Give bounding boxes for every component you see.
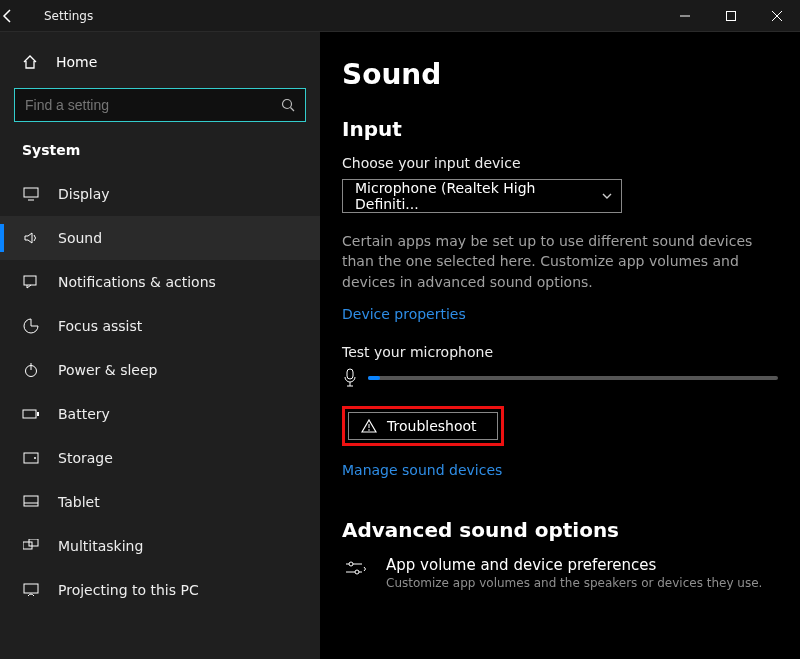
nav-item-projecting[interactable]: Projecting to this PC bbox=[0, 568, 320, 612]
search-input[interactable] bbox=[25, 97, 281, 113]
svg-point-12 bbox=[34, 457, 36, 459]
nav-label: Multitasking bbox=[58, 538, 143, 554]
home-label: Home bbox=[56, 54, 97, 70]
page-title: Sound bbox=[342, 58, 778, 91]
svg-rect-6 bbox=[24, 276, 36, 285]
main-panel: Sound Input Choose your input device Mic… bbox=[320, 32, 800, 659]
settings-window: Settings Home System bbox=[0, 0, 800, 659]
warning-icon bbox=[361, 419, 377, 433]
svg-rect-13 bbox=[24, 496, 38, 506]
nav-label: Battery bbox=[58, 406, 110, 422]
close-button[interactable] bbox=[754, 0, 800, 32]
app-volume-sub: Customize app volumes and the speakers o… bbox=[386, 576, 762, 590]
window-controls bbox=[662, 0, 800, 32]
app-volume-title: App volume and device preferences bbox=[386, 556, 762, 574]
svg-point-2 bbox=[283, 100, 292, 109]
choose-device-label: Choose your input device bbox=[342, 155, 778, 171]
nav-item-sound[interactable]: Sound bbox=[0, 216, 320, 260]
app-volume-text: App volume and device preferences Custom… bbox=[386, 556, 762, 590]
nav-label: Notifications & actions bbox=[58, 274, 216, 290]
svg-line-3 bbox=[291, 108, 295, 112]
titlebar: Settings bbox=[0, 0, 800, 32]
focus-icon bbox=[22, 318, 40, 334]
svg-rect-17 bbox=[24, 584, 38, 593]
nav-label: Power & sleep bbox=[58, 362, 157, 378]
sound-icon bbox=[22, 231, 40, 245]
mic-level-fill bbox=[368, 376, 380, 380]
nav-item-storage[interactable]: Storage bbox=[0, 436, 320, 480]
test-mic-label: Test your microphone bbox=[342, 344, 778, 360]
svg-rect-9 bbox=[23, 410, 36, 418]
microphone-icon bbox=[342, 368, 358, 388]
tablet-icon bbox=[22, 495, 40, 509]
svg-rect-1 bbox=[727, 12, 736, 21]
nav-item-notifications[interactable]: Notifications & actions bbox=[0, 260, 320, 304]
svg-point-22 bbox=[368, 429, 370, 431]
multitasking-icon bbox=[22, 539, 40, 553]
chevron-down-icon bbox=[601, 190, 613, 202]
input-device-select[interactable]: Microphone (Realtek High Definiti... bbox=[342, 179, 622, 213]
back-button[interactable] bbox=[0, 8, 40, 24]
svg-rect-4 bbox=[24, 188, 38, 197]
category-heading: System bbox=[0, 136, 320, 172]
storage-icon bbox=[22, 452, 40, 464]
sidebar: Home System Display Sound bbox=[0, 32, 320, 659]
device-properties-link[interactable]: Device properties bbox=[342, 306, 466, 322]
nav-label: Sound bbox=[58, 230, 102, 246]
nav-item-multitasking[interactable]: Multitasking bbox=[0, 524, 320, 568]
input-heading: Input bbox=[342, 117, 778, 141]
select-value: Microphone (Realtek High Definiti... bbox=[355, 180, 601, 212]
nav-label: Storage bbox=[58, 450, 113, 466]
minimize-button[interactable] bbox=[662, 0, 708, 32]
nav-label: Projecting to this PC bbox=[58, 582, 199, 598]
home-icon bbox=[22, 54, 38, 70]
home-link[interactable]: Home bbox=[0, 44, 320, 80]
nav-item-display[interactable]: Display bbox=[0, 172, 320, 216]
troubleshoot-highlight: Troubleshoot bbox=[342, 406, 504, 446]
window-title: Settings bbox=[44, 9, 93, 23]
nav-label: Display bbox=[58, 186, 110, 202]
power-icon bbox=[22, 362, 40, 378]
nav-item-focus[interactable]: Focus assist bbox=[0, 304, 320, 348]
manage-sound-devices-link[interactable]: Manage sound devices bbox=[342, 462, 502, 478]
svg-rect-10 bbox=[37, 412, 39, 416]
nav-item-power[interactable]: Power & sleep bbox=[0, 348, 320, 392]
svg-rect-18 bbox=[347, 369, 353, 379]
advanced-heading: Advanced sound options bbox=[342, 518, 778, 542]
nav-label: Focus assist bbox=[58, 318, 142, 334]
nav-item-tablet[interactable]: Tablet bbox=[0, 480, 320, 524]
sliders-icon bbox=[342, 556, 370, 579]
battery-icon bbox=[22, 408, 40, 420]
mic-level-bar bbox=[368, 376, 778, 380]
maximize-button[interactable] bbox=[708, 0, 754, 32]
troubleshoot-button[interactable]: Troubleshoot bbox=[348, 412, 498, 440]
nav-list: Display Sound Notifications & actions Fo… bbox=[0, 172, 320, 612]
display-icon bbox=[22, 187, 40, 201]
notifications-icon bbox=[22, 275, 40, 289]
input-description: Certain apps may be set up to use differ… bbox=[342, 231, 778, 292]
nav-item-battery[interactable]: Battery bbox=[0, 392, 320, 436]
projecting-icon bbox=[22, 583, 40, 597]
search-icon bbox=[281, 98, 295, 112]
nav-label: Tablet bbox=[58, 494, 100, 510]
troubleshoot-label: Troubleshoot bbox=[387, 418, 477, 434]
mic-test-row bbox=[342, 368, 778, 388]
search-box[interactable] bbox=[14, 88, 306, 122]
app-volume-row[interactable]: App volume and device preferences Custom… bbox=[342, 556, 778, 590]
svg-point-24 bbox=[349, 562, 353, 566]
svg-point-26 bbox=[355, 570, 359, 574]
window-body: Home System Display Sound bbox=[0, 32, 800, 659]
